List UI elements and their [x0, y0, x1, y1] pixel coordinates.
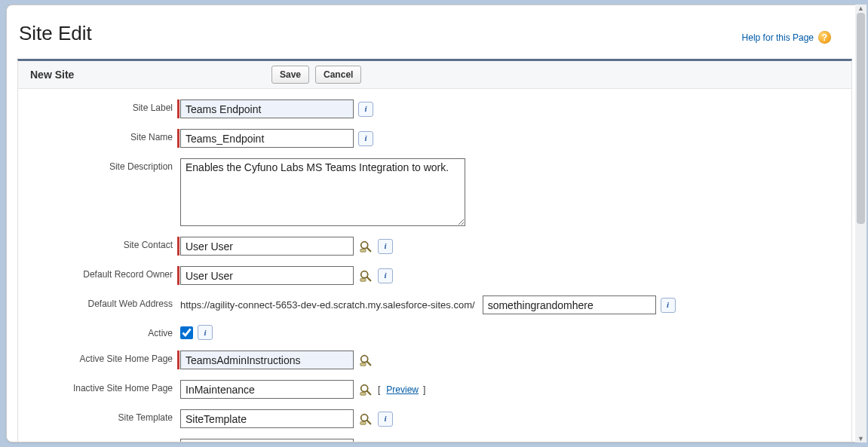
label-active-home: Active Site Home Page	[26, 351, 180, 364]
lookup-icon[interactable]	[358, 268, 373, 283]
info-icon[interactable]: i	[661, 298, 676, 313]
label-active: Active	[26, 325, 180, 338]
label-default-web-address: Default Web Address	[26, 295, 180, 309]
site-robots-input[interactable]	[180, 439, 354, 442]
svg-line-13	[367, 420, 371, 424]
inactive-home-input[interactable]	[180, 380, 354, 399]
site-description-input[interactable]	[180, 158, 465, 226]
label-site-template: Site Template	[26, 409, 180, 423]
label-site-robots: Site Robots.txt	[26, 439, 180, 442]
lookup-icon[interactable]	[358, 441, 373, 443]
site-contact-input[interactable]	[180, 237, 354, 256]
web-address-suffix-input[interactable]	[483, 295, 656, 314]
site-name-input[interactable]	[180, 129, 354, 148]
label-site-name: Site Name	[26, 129, 180, 142]
section-header: New Site Save Cancel	[18, 61, 851, 89]
info-icon[interactable]: i	[358, 102, 373, 117]
scrollbar[interactable]: ▲ ▼	[855, 5, 866, 442]
scroll-down-icon[interactable]: ▼	[857, 435, 864, 442]
info-icon[interactable]: i	[358, 131, 373, 146]
svg-line-4	[367, 277, 371, 280]
lookup-icon[interactable]	[358, 239, 373, 254]
page-title: Site Edit	[19, 22, 855, 45]
form-body: Site Label i Site Name	[18, 89, 851, 442]
cancel-button[interactable]: Cancel	[315, 66, 361, 84]
bracket-close: ]	[423, 384, 425, 395]
web-address-prefix: https://agility-connect-5653-dev-ed.scra…	[180, 299, 475, 311]
label-site-label: Site Label	[26, 100, 180, 113]
save-button[interactable]: Save	[271, 66, 309, 84]
label-site-description: Site Description	[26, 158, 180, 172]
help-for-page[interactable]: Help for this Page ?	[742, 31, 831, 44]
lookup-icon[interactable]	[358, 353, 373, 368]
bracket-open: [	[378, 384, 380, 395]
label-inactive-home: Inactive Site Home Page	[26, 380, 180, 393]
section-title: New Site	[24, 69, 271, 81]
svg-rect-11	[360, 392, 366, 395]
default-record-owner-input[interactable]	[180, 266, 354, 285]
help-link[interactable]: Help for this Page	[742, 32, 814, 43]
label-site-contact: Site Contact	[26, 237, 180, 250]
active-home-input[interactable]	[180, 351, 354, 369]
info-icon[interactable]: i	[378, 239, 393, 254]
svg-rect-5	[360, 278, 366, 281]
lookup-icon[interactable]	[358, 382, 373, 397]
site-label-input[interactable]	[180, 100, 354, 118]
info-icon[interactable]: i	[378, 268, 393, 283]
help-icon[interactable]: ?	[818, 31, 831, 44]
svg-line-10	[367, 390, 371, 394]
lookup-icon[interactable]	[358, 412, 373, 427]
svg-rect-8	[360, 363, 366, 366]
svg-line-7	[367, 361, 371, 365]
scroll-thumb[interactable]	[857, 13, 865, 224]
svg-rect-14	[360, 421, 366, 424]
svg-line-1	[367, 247, 371, 251]
site-template-input[interactable]	[180, 409, 354, 428]
info-icon[interactable]: i	[378, 412, 393, 427]
label-default-record-owner: Default Record Owner	[26, 266, 180, 280]
edit-section: New Site Save Cancel Site Label i	[17, 59, 852, 442]
active-checkbox[interactable]	[180, 326, 193, 339]
info-icon[interactable]: i	[198, 325, 213, 340]
svg-rect-2	[360, 249, 366, 252]
preview-link[interactable]: Preview	[386, 384, 419, 395]
scroll-up-icon[interactable]: ▲	[857, 5, 864, 12]
